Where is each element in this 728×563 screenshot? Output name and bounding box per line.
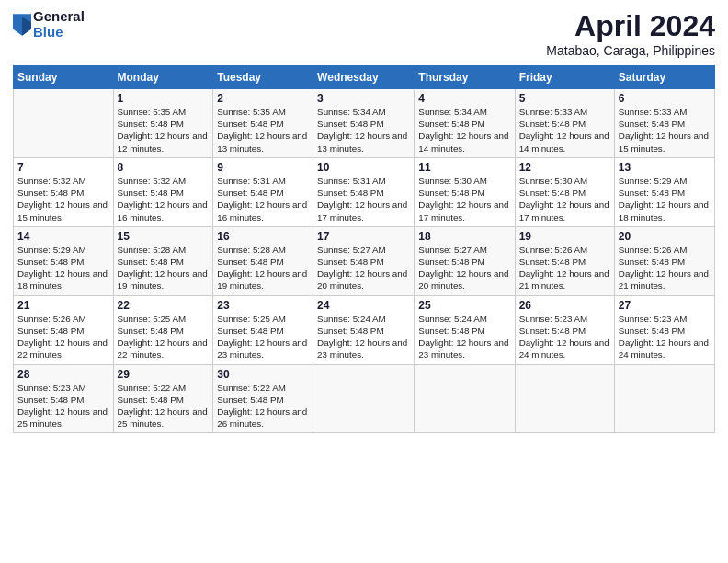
day-info: Sunrise: 5:29 AM Sunset: 5:48 PM Dayligh…	[619, 175, 711, 224]
calendar-cell: 2Sunrise: 5:35 AM Sunset: 5:48 PM Daylig…	[213, 89, 313, 158]
calendar-header: Sunday Monday Tuesday Wednesday Thursday…	[14, 66, 715, 89]
calendar-week-5: 28Sunrise: 5:23 AM Sunset: 5:48 PM Dayli…	[14, 364, 715, 433]
calendar-cell: 13Sunrise: 5:29 AM Sunset: 5:48 PM Dayli…	[614, 157, 714, 226]
day-number: 27	[619, 299, 711, 312]
day-info: Sunrise: 5:35 AM Sunset: 5:48 PM Dayligh…	[118, 106, 210, 155]
logo-text: General Blue	[33, 9, 85, 40]
col-saturday: Saturday	[614, 66, 714, 89]
calendar-cell	[313, 364, 415, 433]
calendar-cell: 20Sunrise: 5:26 AM Sunset: 5:48 PM Dayli…	[614, 226, 714, 295]
day-number: 10	[317, 161, 410, 174]
day-number: 8	[118, 161, 210, 174]
day-number: 28	[17, 368, 109, 381]
day-info: Sunrise: 5:23 AM Sunset: 5:48 PM Dayligh…	[619, 313, 711, 362]
day-number: 6	[619, 92, 711, 105]
day-info: Sunrise: 5:28 AM Sunset: 5:48 PM Dayligh…	[118, 244, 210, 293]
title-block: April 2024 Matabao, Caraga, Philippines	[546, 9, 715, 58]
page-container: General Blue April 2024 Matabao, Caraga,…	[0, 0, 728, 563]
subtitle: Matabao, Caraga, Philippines	[546, 43, 715, 58]
logo-icon	[13, 14, 31, 36]
day-info: Sunrise: 5:29 AM Sunset: 5:48 PM Dayligh…	[17, 244, 109, 293]
day-info: Sunrise: 5:26 AM Sunset: 5:48 PM Dayligh…	[519, 244, 610, 293]
day-number: 2	[217, 92, 309, 105]
logo-general: General	[33, 9, 85, 25]
calendar-week-2: 7Sunrise: 5:32 AM Sunset: 5:48 PM Daylig…	[14, 157, 715, 226]
col-friday: Friday	[515, 66, 614, 89]
header: General Blue April 2024 Matabao, Caraga,…	[13, 9, 715, 58]
calendar-cell: 21Sunrise: 5:26 AM Sunset: 5:48 PM Dayli…	[14, 295, 114, 364]
day-info: Sunrise: 5:25 AM Sunset: 5:48 PM Dayligh…	[217, 313, 309, 362]
calendar-cell: 11Sunrise: 5:30 AM Sunset: 5:48 PM Dayli…	[415, 157, 515, 226]
day-number: 25	[418, 299, 510, 312]
calendar-cell: 22Sunrise: 5:25 AM Sunset: 5:48 PM Dayli…	[113, 295, 213, 364]
calendar-cell: 18Sunrise: 5:27 AM Sunset: 5:48 PM Dayli…	[415, 226, 515, 295]
day-info: Sunrise: 5:34 AM Sunset: 5:48 PM Dayligh…	[418, 106, 510, 155]
calendar-cell: 6Sunrise: 5:33 AM Sunset: 5:48 PM Daylig…	[614, 89, 714, 158]
day-number: 14	[17, 230, 109, 243]
day-number: 15	[118, 230, 210, 243]
calendar-cell	[14, 89, 114, 158]
col-sunday: Sunday	[14, 66, 114, 89]
calendar-cell: 30Sunrise: 5:22 AM Sunset: 5:48 PM Dayli…	[213, 364, 313, 433]
col-thursday: Thursday	[415, 66, 515, 89]
calendar-cell: 8Sunrise: 5:32 AM Sunset: 5:48 PM Daylig…	[113, 157, 213, 226]
day-info: Sunrise: 5:26 AM Sunset: 5:48 PM Dayligh…	[619, 244, 711, 293]
day-number: 29	[118, 368, 210, 381]
day-number: 18	[418, 230, 510, 243]
calendar-cell	[415, 364, 515, 433]
day-number: 19	[519, 230, 610, 243]
day-number: 12	[519, 161, 610, 174]
calendar-cell: 27Sunrise: 5:23 AM Sunset: 5:48 PM Dayli…	[614, 295, 714, 364]
day-number: 20	[619, 230, 711, 243]
calendar-cell: 28Sunrise: 5:23 AM Sunset: 5:48 PM Dayli…	[14, 364, 114, 433]
day-info: Sunrise: 5:28 AM Sunset: 5:48 PM Dayligh…	[217, 244, 309, 293]
calendar-cell: 15Sunrise: 5:28 AM Sunset: 5:48 PM Dayli…	[113, 226, 213, 295]
calendar-week-1: 1Sunrise: 5:35 AM Sunset: 5:48 PM Daylig…	[14, 89, 715, 158]
day-info: Sunrise: 5:31 AM Sunset: 5:48 PM Dayligh…	[317, 175, 410, 224]
calendar-cell: 26Sunrise: 5:23 AM Sunset: 5:48 PM Dayli…	[515, 295, 614, 364]
day-number: 7	[17, 161, 109, 174]
calendar-cell: 10Sunrise: 5:31 AM Sunset: 5:48 PM Dayli…	[313, 157, 415, 226]
calendar-cell: 5Sunrise: 5:33 AM Sunset: 5:48 PM Daylig…	[515, 89, 614, 158]
calendar-body: 1Sunrise: 5:35 AM Sunset: 5:48 PM Daylig…	[14, 89, 715, 433]
calendar-week-4: 21Sunrise: 5:26 AM Sunset: 5:48 PM Dayli…	[14, 295, 715, 364]
day-number: 30	[217, 368, 309, 381]
day-info: Sunrise: 5:30 AM Sunset: 5:48 PM Dayligh…	[519, 175, 610, 224]
day-number: 3	[317, 92, 410, 105]
day-number: 23	[217, 299, 309, 312]
calendar-cell: 25Sunrise: 5:24 AM Sunset: 5:48 PM Dayli…	[415, 295, 515, 364]
calendar-cell: 1Sunrise: 5:35 AM Sunset: 5:48 PM Daylig…	[113, 89, 213, 158]
day-info: Sunrise: 5:23 AM Sunset: 5:48 PM Dayligh…	[17, 382, 109, 431]
col-wednesday: Wednesday	[313, 66, 415, 89]
day-number: 1	[118, 92, 210, 105]
calendar-cell: 7Sunrise: 5:32 AM Sunset: 5:48 PM Daylig…	[14, 157, 114, 226]
calendar-cell: 14Sunrise: 5:29 AM Sunset: 5:48 PM Dayli…	[14, 226, 114, 295]
day-number: 13	[619, 161, 711, 174]
col-monday: Monday	[113, 66, 213, 89]
day-info: Sunrise: 5:31 AM Sunset: 5:48 PM Dayligh…	[217, 175, 309, 224]
day-number: 17	[317, 230, 410, 243]
day-info: Sunrise: 5:34 AM Sunset: 5:48 PM Dayligh…	[317, 106, 410, 155]
day-info: Sunrise: 5:27 AM Sunset: 5:48 PM Dayligh…	[317, 244, 410, 293]
day-info: Sunrise: 5:23 AM Sunset: 5:48 PM Dayligh…	[519, 313, 610, 362]
main-title: April 2024	[546, 9, 715, 43]
day-info: Sunrise: 5:33 AM Sunset: 5:48 PM Dayligh…	[519, 106, 610, 155]
col-tuesday: Tuesday	[213, 66, 313, 89]
day-info: Sunrise: 5:32 AM Sunset: 5:48 PM Dayligh…	[118, 175, 210, 224]
day-info: Sunrise: 5:30 AM Sunset: 5:48 PM Dayligh…	[418, 175, 510, 224]
day-number: 11	[418, 161, 510, 174]
day-number: 22	[118, 299, 210, 312]
calendar-cell: 23Sunrise: 5:25 AM Sunset: 5:48 PM Dayli…	[213, 295, 313, 364]
day-number: 24	[317, 299, 410, 312]
day-info: Sunrise: 5:25 AM Sunset: 5:48 PM Dayligh…	[118, 313, 210, 362]
day-number: 16	[217, 230, 309, 243]
calendar-cell: 29Sunrise: 5:22 AM Sunset: 5:48 PM Dayli…	[113, 364, 213, 433]
calendar-cell: 12Sunrise: 5:30 AM Sunset: 5:48 PM Dayli…	[515, 157, 614, 226]
day-info: Sunrise: 5:32 AM Sunset: 5:48 PM Dayligh…	[17, 175, 109, 224]
day-info: Sunrise: 5:24 AM Sunset: 5:48 PM Dayligh…	[418, 313, 510, 362]
day-info: Sunrise: 5:26 AM Sunset: 5:48 PM Dayligh…	[17, 313, 109, 362]
day-info: Sunrise: 5:33 AM Sunset: 5:48 PM Dayligh…	[619, 106, 711, 155]
day-number: 9	[217, 161, 309, 174]
day-info: Sunrise: 5:22 AM Sunset: 5:48 PM Dayligh…	[217, 382, 309, 431]
day-info: Sunrise: 5:27 AM Sunset: 5:48 PM Dayligh…	[418, 244, 510, 293]
